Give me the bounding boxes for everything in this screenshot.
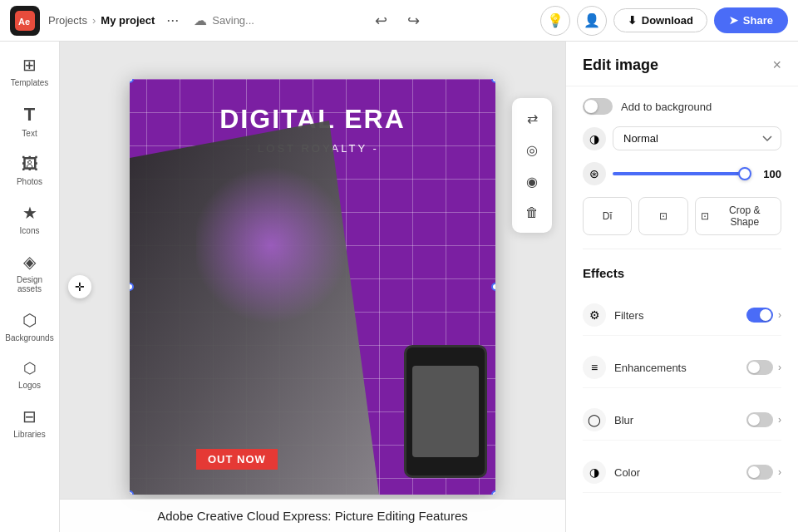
lightbulb-icon: 💡 [547, 12, 564, 28]
download-icon: ⬇ [628, 14, 637, 27]
panel-header: Edit image × [566, 42, 798, 86]
filters-toggle-thumb [760, 309, 771, 321]
opacity-row: ⊛ 100 [583, 162, 781, 185]
save-label: Saving... [212, 14, 254, 27]
effect-row-color: ◑ Color › [583, 452, 781, 493]
photos-icon: 🖼 [22, 155, 38, 174]
sidebar-item-design-assets[interactable]: ◈ Design assets [3, 245, 57, 300]
effect-row-blur: ◯ Blur › [583, 400, 781, 441]
opacity-slider[interactable] [613, 172, 751, 175]
enhancements-toggle[interactable] [746, 360, 773, 375]
sidebar-item-text[interactable]: T Text [3, 97, 57, 145]
enhancements-toggle-thumb [748, 362, 760, 373]
enhancements-chevron[interactable]: › [778, 362, 781, 373]
redo-button[interactable]: ↪ [401, 8, 426, 33]
panel-close-button[interactable]: × [772, 57, 781, 74]
sidebar-item-logos[interactable]: ⬡ Logos [3, 352, 57, 397]
sidebar-item-icons[interactable]: ★ Icons [3, 196, 57, 242]
layers-button[interactable]: ◎ [517, 135, 547, 165]
panel-divider [583, 249, 781, 249]
crop-icon: ⊡ [701, 210, 709, 222]
backgrounds-icon: ⬡ [22, 310, 37, 330]
canvas-phone-screen [412, 366, 479, 457]
effect-left-blur: ◯ Blur [583, 408, 633, 431]
sidebar-label-text: Text [22, 129, 37, 138]
filters-toggle[interactable] [746, 308, 773, 323]
cloud-icon: ☁ [194, 12, 207, 28]
sidebar-item-backgrounds[interactable]: ⬡ Backgrounds [3, 303, 57, 349]
sidebar-item-templates[interactable]: ⊞ Templates [3, 48, 57, 94]
sidebar-item-libraries[interactable]: ⊟ Libraries [3, 400, 57, 446]
canvas-area[interactable]: ⇄ ◎ ◉ 🗑 DIGITAL ERA - LOST ROYALTY - OUT… [60, 42, 565, 532]
ideas-button[interactable]: 💡 [540, 6, 570, 36]
save-status: ☁ Saving... [194, 12, 254, 28]
add-background-label: Add to background [621, 101, 712, 113]
effect-row-filters: ⚙ Filters › [583, 295, 781, 336]
delete-button[interactable]: 🗑 [517, 198, 547, 228]
color-icon: ◑ [583, 461, 606, 484]
effect-right-blur: › [746, 412, 781, 427]
more-options-button[interactable]: ··· [163, 8, 182, 32]
blur-toggle-thumb [748, 414, 760, 426]
project-name[interactable]: My project [101, 14, 155, 27]
templates-icon: ⊞ [22, 55, 37, 75]
color-chevron[interactable]: › [778, 466, 781, 478]
effects-title: Effects [583, 263, 781, 283]
enhancements-label: Enhancements [614, 362, 687, 374]
opacity-icon: ⊛ [583, 162, 606, 185]
download-button[interactable]: ⬇ Download [613, 8, 707, 32]
effect-row-enhancements: ≡ Enhancements › [583, 347, 781, 388]
blur-chevron[interactable]: › [778, 414, 781, 426]
canvas-design[interactable]: DIGITAL ERA - LOST ROYALTY - OUT NOW [130, 79, 495, 495]
swap-button[interactable]: ⇄ [517, 103, 547, 133]
filters-chevron[interactable]: › [778, 309, 781, 321]
effect-left-enhancements: ≡ Enhancements [583, 356, 687, 379]
app-logo[interactable]: Ae [10, 6, 40, 36]
sidebar-item-photos[interactable]: 🖼 Photos [3, 148, 57, 193]
share-button[interactable]: ➤ Share [714, 7, 788, 33]
effect-right-filters: › [746, 308, 781, 323]
canvas-tag: OUT NOW [196, 449, 278, 470]
logos-icon: ⬡ [23, 359, 37, 377]
sidebar: ⊞ Templates T Text 🖼 Photos ★ Icons ◈ De… [0, 42, 60, 532]
resize-handle-mr[interactable] [491, 283, 495, 291]
effect-left-color: ◑ Color [583, 461, 640, 484]
crop-shape-button[interactable]: ⊡ Crop & Shape [695, 197, 782, 235]
blend-mode-select[interactable]: Normal Multiply Screen Overlay Darken Li… [613, 126, 781, 150]
blend-mode-icon: ◑ [583, 127, 606, 150]
icons-icon: ★ [22, 203, 37, 223]
effect-left-filters: ⚙ Filters [583, 303, 643, 327]
blend-mode-row: ◑ Normal Multiply Screen Overlay Darken … [583, 126, 781, 150]
move-handle[interactable]: ✛ [68, 275, 91, 298]
grid-icon: ⊡ [659, 210, 667, 222]
filters-label: Filters [614, 309, 643, 322]
right-panel: Edit image × Add to background ◑ Normal … [565, 42, 798, 532]
resize-handle-br[interactable] [491, 490, 495, 495]
person-icon: 👤 [584, 12, 600, 28]
share-icon: ➤ [729, 14, 738, 27]
profile-button[interactable]: 👤 [577, 6, 607, 36]
face-detect-button[interactable]: ◉ [517, 166, 547, 196]
color-label: Color [614, 466, 640, 479]
sidebar-label-design-assets: Design assets [7, 275, 53, 293]
flip-icon: Dī [603, 210, 613, 222]
canvas-bottom-label: Adobe Creative Cloud Express: Picture Ed… [60, 499, 565, 532]
blur-label: Blur [614, 414, 633, 426]
filters-icon: ⚙ [583, 303, 606, 327]
breadcrumb: Projects › My project [48, 14, 155, 27]
sidebar-label-photos: Photos [17, 177, 42, 186]
libraries-icon: ⊟ [22, 406, 37, 426]
flip-button[interactable]: Dī [583, 197, 632, 235]
add-background-toggle[interactable] [583, 98, 613, 115]
grid-button[interactable]: ⊡ [638, 197, 687, 235]
topbar: Ae Projects › My project ··· ☁ Saving...… [0, 0, 798, 42]
text-icon: T [24, 104, 35, 126]
share-label: Share [743, 14, 773, 27]
undo-button[interactable]: ↩ [368, 8, 394, 33]
color-toggle[interactable] [746, 465, 773, 480]
add-to-background-row: Add to background [583, 98, 781, 115]
projects-link[interactable]: Projects [48, 14, 87, 27]
blur-toggle[interactable] [746, 412, 773, 427]
sidebar-label-templates: Templates [11, 78, 49, 87]
enhancements-icon: ≡ [583, 356, 606, 379]
